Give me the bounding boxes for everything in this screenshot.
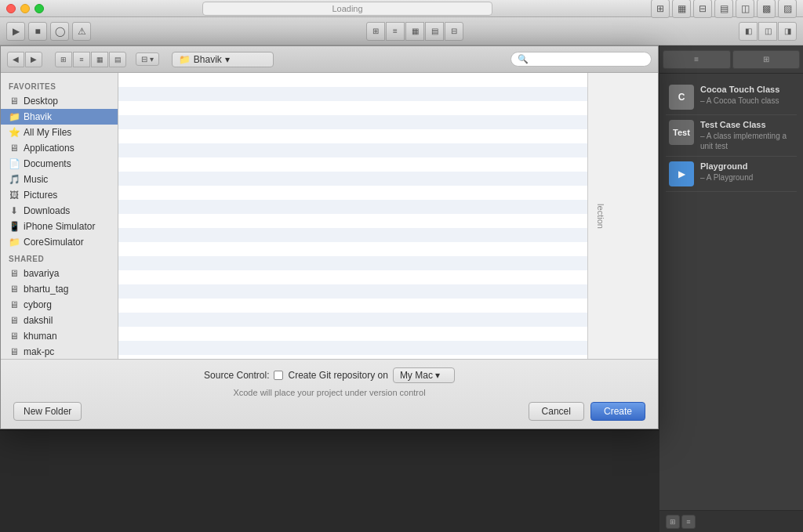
panel-btn-2[interactable]: ◫ — [758, 22, 777, 41]
sidebar-item-dakshil[interactable]: 🖥 dakshil — [1, 313, 118, 328]
back-button[interactable]: ▶ — [6, 22, 25, 41]
view-btn-5[interactable]: ⊟ — [445, 22, 463, 41]
git-location-label: My Mac — [400, 370, 433, 381]
rp-bottom-toolbar: ⊞ ≡ — [659, 510, 803, 532]
toolbar-icon-4[interactable]: ▤ — [714, 0, 733, 18]
fd-location-dropdown[interactable]: 📁 Bhavik ▾ — [172, 52, 274, 67]
playground-icon: ▶ — [669, 161, 694, 186]
fd-view-cov[interactable]: ▤ — [109, 52, 126, 67]
sidebar-label-bhartu-tag: bhartu_tag — [24, 284, 68, 295]
sidebar-label-documents: Documents — [24, 158, 71, 169]
bavariya-icon: 🖥 — [9, 268, 20, 279]
file-row — [118, 101, 587, 115]
rp-list-btn[interactable]: ≡ — [681, 515, 696, 529]
maximize-button[interactable] — [35, 4, 44, 13]
fd-search-icon: 🔍 — [518, 54, 529, 64]
view-btn-3[interactable]: ▦ — [405, 22, 424, 41]
title-bar: Loading ⊞ ▦ ⊟ ▤ ◫ ▩ ▨ — [0, 0, 803, 17]
toolbar-icon-1[interactable]: ⊞ — [651, 0, 670, 18]
test-case-name: Test Case Class — [700, 120, 794, 129]
sidebar-item-bavariya[interactable]: 🖥 bavariya — [1, 266, 118, 281]
sidebar-item-applications[interactable]: 🖥 Applications — [1, 140, 118, 156]
fd-back-btn[interactable]: ◀ — [7, 52, 24, 67]
rp-grid-btn[interactable]: ⊞ — [666, 515, 680, 529]
create-button[interactable]: Create — [590, 402, 645, 421]
sidebar-item-music[interactable]: 🎵 Music — [1, 172, 118, 187]
rp-tab-1[interactable]: ≡ — [663, 50, 731, 69]
template-item-cocoa-touch[interactable]: C Cocoa Touch Class – A Cocoa Touch clas… — [666, 80, 797, 115]
toolbar-icon-6[interactable]: ▩ — [757, 0, 776, 18]
sidebar-item-documents[interactable]: 📄 Documents — [1, 156, 118, 172]
view-btn-4[interactable]: ▤ — [425, 22, 444, 41]
toolbar-icon-5[interactable]: ◫ — [736, 0, 754, 18]
sidebar-item-bhavik[interactable]: 📁 Bhavik — [1, 109, 118, 125]
fd-forward-btn[interactable]: ▶ — [25, 52, 42, 67]
sidebar-item-cyborg[interactable]: 🖥 cyborg — [1, 297, 118, 313]
sidebar-label-downloads: Downloads — [24, 205, 70, 216]
fd-view-list[interactable]: ≡ — [73, 52, 90, 67]
file-row — [118, 186, 587, 200]
favorites-header: FAVORITES — [1, 78, 118, 93]
stop-button[interactable]: ■ — [28, 22, 47, 41]
create-git-checkbox[interactable] — [274, 371, 283, 380]
file-row — [118, 73, 587, 87]
sidebar-item-bhartu-tag[interactable]: 🖥 bhartu_tag — [1, 281, 118, 297]
warning-button[interactable]: ⚠ — [72, 22, 91, 41]
template-item-playground[interactable]: ▶ Playground – A Playground — [666, 157, 797, 192]
sidebar-label-iphone-sim: iPhone Simulator — [24, 221, 95, 232]
sidebar-item-desktop[interactable]: 🖥 Desktop — [1, 93, 118, 109]
new-folder-button[interactable]: New Folder — [13, 402, 82, 421]
sidebar-label-bhavik: Bhavik — [24, 111, 52, 122]
sidebar-item-iphone-simulator[interactable]: 📱 iPhone Simulator — [1, 219, 118, 234]
fd-view-col[interactable]: ▦ — [91, 52, 108, 67]
fd-search[interactable]: 🔍 — [511, 52, 652, 67]
fd-location-arrow: ▾ — [225, 54, 230, 65]
fd-filelist[interactable] — [118, 73, 587, 359]
playground-info: Playground – A Playground — [700, 161, 794, 183]
sidebar-item-core-simulator[interactable]: 📁 CoreSimulator — [1, 234, 118, 250]
fd-view-icon[interactable]: ⊞ — [55, 52, 72, 67]
playground-desc: – A Playground — [700, 172, 794, 183]
dialog-area: ◀ ▶ ⊞ ≡ ▦ ▤ ⊟ ▾ 📁 Bhavik ▾ — [0, 45, 803, 532]
close-button[interactable] — [6, 4, 16, 13]
panel-btn-3[interactable]: ◨ — [778, 22, 797, 41]
cancel-button[interactable]: Cancel — [529, 402, 584, 421]
file-row — [118, 228, 587, 242]
view-btn-2[interactable]: ≡ — [386, 22, 405, 41]
core-sim-icon: 📁 — [9, 237, 20, 248]
cocoa-touch-desc: – A Cocoa Touch class — [700, 96, 794, 106]
sidebar-item-khuman[interactable]: 🖥 khuman — [1, 328, 118, 344]
rp-toolbar: ≡ ⊞ — [659, 45, 803, 74]
pictures-icon: 🖼 — [9, 190, 20, 201]
git-location-dropdown[interactable]: My Mac ▾ — [393, 367, 455, 383]
sidebar-item-mak-pc[interactable]: 🖥 mak-pc — [1, 344, 118, 359]
scheme-button[interactable]: ◯ — [50, 22, 69, 41]
minimize-button[interactable] — [20, 4, 30, 13]
file-row — [118, 200, 587, 214]
sidebar-label-bavariya: bavariya — [24, 268, 59, 279]
file-row — [118, 214, 587, 228]
cocoa-touch-name: Cocoa Touch Class — [700, 85, 794, 94]
toolbar-icon-3[interactable]: ⊟ — [693, 0, 712, 18]
template-item-test-case[interactable]: Test Test Case Class – A class implement… — [666, 115, 797, 157]
panel-btn-1[interactable]: ◧ — [739, 22, 758, 41]
fd-arrange-btn[interactable]: ⊟ ▾ — [136, 52, 159, 66]
sidebar-item-downloads[interactable]: ⬇ Downloads — [1, 203, 118, 219]
documents-icon: 📄 — [9, 158, 20, 169]
toolbar-icon-7[interactable]: ▨ — [778, 0, 797, 18]
sidebar-item-all-my-files[interactable]: ⭐ All My Files — [1, 125, 118, 140]
desktop-icon: 🖥 — [9, 96, 20, 107]
sidebar-label-mak-pc: mak-pc — [24, 346, 54, 357]
loading-bar: Loading — [202, 2, 492, 16]
fd-location-icon: 📁 — [179, 54, 191, 65]
toolbar-icon-2[interactable]: ▦ — [672, 0, 691, 18]
shared-header: SHARED — [1, 250, 118, 266]
fd-body: FAVORITES 🖥 Desktop 📁 Bhavik ⭐ All My Fi… — [1, 73, 658, 359]
rp-tab-2[interactable]: ⊞ — [732, 50, 801, 69]
xcode-background: ◀ ▶ ⊞ ≡ ▦ ▤ ⊟ ▾ 📁 Bhavik ▾ — [0, 45, 659, 532]
right-panel-text: lection — [596, 204, 605, 229]
fd-bottom: Source Control: Create Git repository on… — [1, 359, 658, 429]
sidebar-label-all-my-files: All My Files — [24, 127, 71, 138]
view-btn-1[interactable]: ⊞ — [366, 22, 385, 41]
sidebar-item-pictures[interactable]: 🖼 Pictures — [1, 187, 118, 203]
